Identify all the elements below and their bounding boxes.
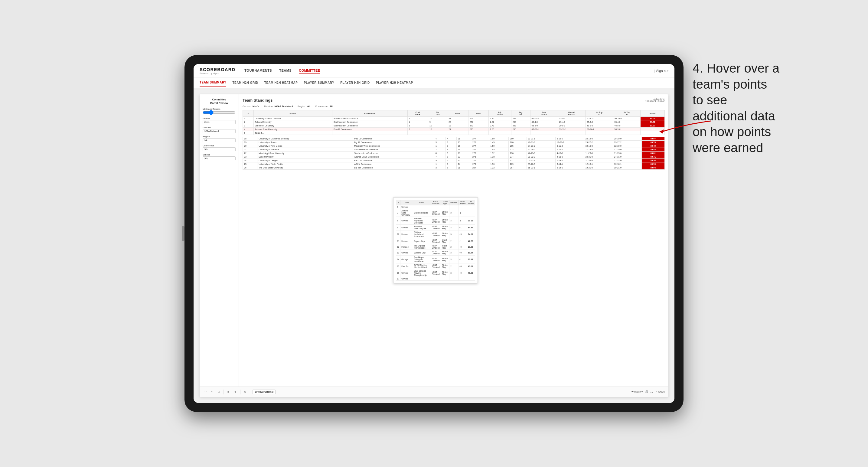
- adj-score-cell: 2.86: [489, 117, 512, 120]
- conf-cell: Southeastern Conference: [332, 120, 407, 124]
- adj-score-cell: [489, 131, 512, 135]
- col-vs-top25: Vs Top25: [586, 111, 613, 117]
- avg-sg-cell: 269: [511, 124, 530, 128]
- popup-row: 17 Univers: [396, 277, 475, 281]
- gender-filter-label: Gender:: [243, 105, 251, 108]
- table-row[interactable]: 5 Texas T...: [243, 131, 665, 135]
- annotation-area: 4. Hover over ateam's pointsto seeadditi…: [692, 61, 868, 156]
- col-conf-rank: ConfRank: [407, 111, 428, 117]
- fullscreen-button[interactable]: ⛶: [651, 391, 653, 393]
- popup-row: 15 East Tec OFCC Fighting Illini Invitat…: [396, 263, 475, 269]
- table-row[interactable]: 25 University of North Florida ASUN Conf…: [243, 162, 665, 166]
- gender-select[interactable]: Men's Women's: [203, 120, 236, 124]
- vs-top25-cell: 58-24-1: [586, 128, 613, 131]
- top-navigation: SCOREBOARD Powered by clippd TOURNAMENTS…: [193, 64, 675, 77]
- popup-row: 6 Univers: [396, 206, 475, 209]
- table-row[interactable]: 19 University of Texas Big 12 Conference…: [243, 141, 665, 144]
- comment-button[interactable]: 💬: [645, 391, 648, 393]
- table-row[interactable]: 18 University of California, Berkeley Pa…: [243, 137, 665, 141]
- popup-col-division: Event Division: [431, 200, 441, 206]
- region-select[interactable]: N/A East: [203, 138, 236, 142]
- tab-player-h2h-grid[interactable]: PLAYER H2H GRID: [340, 79, 370, 87]
- table-row[interactable]: 21 University of Alabama Southeastern Co…: [243, 148, 665, 152]
- table-row[interactable]: 2 Auburn University Southeastern Confere…: [243, 120, 665, 124]
- school-cell: Arizona State University: [253, 128, 332, 131]
- tab-player-h2h-heatmap[interactable]: PLAYER H2H HEATMAP: [376, 79, 413, 87]
- conf-cell: [332, 131, 407, 135]
- tab-team-summary[interactable]: TEAM SUMMARY: [199, 78, 226, 87]
- conference-select[interactable]: (All): [203, 147, 236, 151]
- zoom-button[interactable]: ⊞: [226, 390, 231, 394]
- table-row[interactable]: 24 University of Oregon Pac-12 Conferenc…: [243, 159, 665, 162]
- table-row[interactable]: 3 Vanderbilt University Southeastern Con…: [243, 124, 665, 128]
- conference-section: Conference (All): [203, 145, 236, 151]
- division-select[interactable]: NCAA Division I NCAA Division II: [203, 129, 236, 133]
- tablet-screen: SCOREBOARD Powered by clippd TOURNAMENTS…: [193, 64, 675, 403]
- report-toolbar: ↩ ↪ ⌂ ⊞ ⊕ ⊙ ⊞ View: Original 👁 Watch ▾ 💬…: [199, 386, 669, 397]
- sign-out-button[interactable]: | Sign out: [654, 69, 669, 72]
- info-button[interactable]: ⊙: [243, 390, 247, 394]
- col-overall-record: OverallRecord: [558, 111, 585, 117]
- rnds-cell: 23: [447, 120, 468, 124]
- table-row[interactable]: 1 University of North Carolina Atlantic …: [243, 117, 665, 120]
- share-button[interactable]: ↗ Share: [655, 391, 665, 393]
- region-label: Region: [203, 135, 236, 137]
- tablet-device: SCOREBOARD Powered by clippd TOURNAMENTS…: [185, 55, 683, 412]
- watch-button[interactable]: 👁 Watch ▾: [631, 391, 643, 393]
- rank-cell: 4: [243, 128, 254, 131]
- division-filter-label: Division:: [264, 105, 273, 108]
- update-time: Update time:13/03/2024 10:03:42: [645, 98, 665, 102]
- report-view: CommitteePortal Review Minimum Rounds Ge…: [199, 94, 669, 397]
- app-logo: SCOREBOARD: [199, 67, 235, 72]
- table-row[interactable]: 26 The Ohio State University Big Ten Con…: [243, 166, 665, 170]
- nav-tournaments[interactable]: TOURNAMENTS: [244, 67, 272, 74]
- table-row[interactable]: 22 Mississippi State University Southeas…: [243, 152, 665, 155]
- tab-team-h2h-grid[interactable]: TEAM H2H GRID: [232, 79, 258, 87]
- gender-section: Gender Men's Women's: [203, 117, 236, 124]
- conference-filter-label: Conference:: [315, 105, 329, 108]
- tab-team-h2h-heatmap[interactable]: TEAM H2H HEATMAP: [264, 79, 298, 87]
- popup-row: 12 Florida I The Cypress Point Classic N…: [396, 244, 475, 250]
- report-header: Team Standings Update time:13/03/2024 10…: [243, 98, 665, 102]
- overall-record-cell: 33-19-1: [558, 128, 585, 131]
- search-button[interactable]: ⊕: [233, 390, 238, 394]
- min-rounds-slider[interactable]: [203, 111, 236, 114]
- toolbar-separator-2: [240, 390, 241, 395]
- popup-row: 10 Univers National Invitational Tournam…: [396, 230, 475, 238]
- table-row[interactable]: 20 University of New Mexico Mountain Wes…: [243, 144, 665, 148]
- table-row-highlighted[interactable]: 4 Arizona State University Pac-12 Confer…: [243, 128, 665, 131]
- tablet-side-button: [182, 226, 185, 241]
- nav-teams[interactable]: TEAMS: [279, 67, 291, 74]
- tab-player-summary[interactable]: PLAYER SUMMARY: [304, 79, 334, 87]
- wins-cell: 275: [468, 128, 489, 131]
- table-row[interactable]: 23 Duke University Atlantic Coast Confer…: [243, 155, 665, 159]
- sidebar-title: CommitteePortal Review: [203, 98, 236, 105]
- adj-score-cell: 2.82: [489, 120, 512, 124]
- toolbar-separator: [223, 390, 224, 395]
- low-score-cell: 87-25-1: [530, 128, 558, 131]
- view-original-button[interactable]: ⊞ View: Original: [252, 390, 276, 394]
- conf-cell: Pac-12 Conference: [332, 128, 407, 131]
- nav-committee[interactable]: COMMITTEE: [299, 67, 320, 74]
- school-cell: University of North Carolina: [253, 117, 332, 120]
- min-rounds-section: Minimum Rounds: [203, 108, 236, 115]
- popup-col-team: Team: [400, 200, 413, 206]
- popup-table: # Team Event Event Division Event Type R…: [396, 200, 475, 281]
- rnds-cell: 31: [447, 117, 468, 120]
- low-score-cell: 67-10-0: [530, 117, 558, 120]
- division-section: Division NCAA Division I NCAA Division I…: [203, 126, 236, 133]
- vs-top50-cell: 46-5-0: [613, 124, 641, 128]
- col-rnds: Rnds: [447, 111, 468, 117]
- no-tour-cell: 10: [428, 124, 447, 128]
- vs-top50-cell: 35-4-0: [613, 120, 641, 124]
- undo-button[interactable]: ↩: [203, 390, 208, 394]
- home-button[interactable]: ⌂: [217, 390, 221, 394]
- conf-rank-cell: 1: [407, 117, 428, 120]
- redo-button[interactable]: ↪: [210, 390, 215, 394]
- popup-col-type: Event Type: [441, 200, 450, 206]
- rank-cell: 2: [243, 120, 254, 124]
- wins-cell: [468, 131, 489, 135]
- toolbar-separator-3: [250, 390, 250, 395]
- school-select[interactable]: (All): [203, 156, 236, 160]
- popup-row: 14 Georgia Ben Hogan Collegiate Invitati…: [396, 256, 475, 263]
